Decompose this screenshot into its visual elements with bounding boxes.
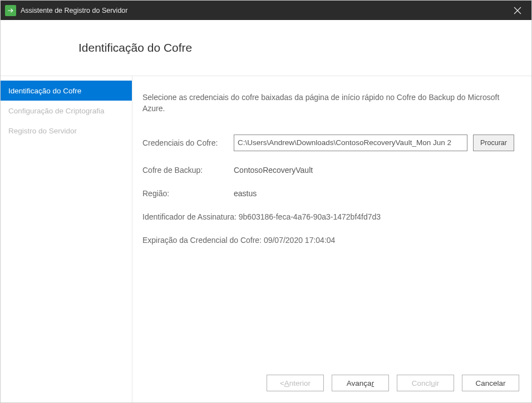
credential-expiration-line: Expiração da Credencial do Cofre: 09/07/… [142,236,519,245]
finish-button: Concluir [397,375,454,391]
credentials-label: Credenciais do Cofre: [142,138,234,147]
body: Identificação do Cofre Configuração de C… [1,76,531,402]
sidebar-item-label: Identificação do Cofre [8,87,81,95]
browse-button[interactable]: Procurar [473,135,514,151]
next-pre: Avança [347,379,372,387]
region-row: Região: eastus [142,189,519,198]
sidebar-item-encryption-config[interactable]: Configuração de Criptografia [1,101,132,121]
close-button[interactable] [508,1,527,20]
credentials-input[interactable] [234,135,467,151]
sidebar-item-label: Registro do Servidor [8,127,77,135]
region-value: eastus [234,189,257,198]
subscription-id-line: Identificador de Assinatura: 9b603186-fe… [142,212,519,221]
sidebar-item-server-registration[interactable]: Registro do Servidor [1,121,132,141]
cancel-button[interactable]: Cancelar [462,375,519,391]
backup-vault-value: ContosoRecoveryVault [234,166,313,175]
backup-vault-label: Cofre de Backup: [142,166,234,175]
next-button[interactable]: Avançar [332,375,389,391]
app-icon [5,5,16,16]
finish-key: u [431,379,435,387]
credentials-row: Credenciais do Cofre: Procurar [142,135,519,151]
main-content: Selecione as credenciais do cofre baixad… [132,76,531,402]
instruction-text: Selecione as credenciais do cofre baixad… [142,92,519,115]
page-title: Identificação do Cofre [78,41,192,54]
previous-rest: nterior [289,379,311,387]
page-header: Identificação do Cofre [1,20,531,76]
previous-key: A [284,379,289,387]
sidebar: Identificação do Cofre Configuração de C… [1,76,132,402]
finish-post: ir [435,379,440,387]
sidebar-item-label: Configuração de Criptografia [8,107,105,115]
backup-vault-row: Cofre de Backup: ContosoRecoveryVault [142,166,519,175]
finish-pre: Concl [412,379,431,387]
titlebar: Assistente de Registro do Servidor [1,1,531,20]
wizard-footer: < Anterior Avançar Concluir Cancelar [267,375,519,391]
sidebar-item-vault-identification[interactable]: Identificação do Cofre [1,81,132,101]
previous-prefix: < [280,379,284,387]
region-label: Região: [142,189,234,198]
next-key: r [372,379,375,387]
previous-button: < Anterior [267,375,324,391]
window-title: Assistente de Registro do Servidor [21,7,508,14]
